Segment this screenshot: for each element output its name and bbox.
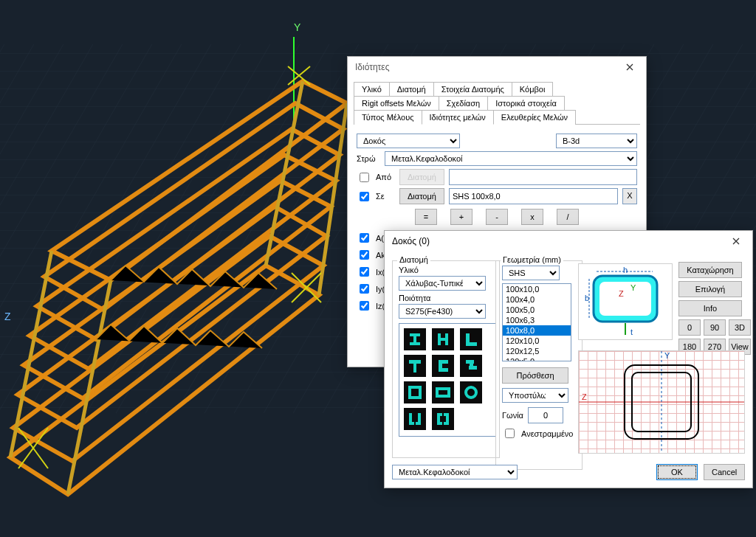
axis-z-label: Z	[4, 311, 11, 322]
flip-label: Ανεστραμμένο	[521, 429, 574, 438]
tab-member-props[interactable]: Ιδιότητες μελών	[422, 110, 494, 125]
tab-material[interactable]: Υλικό	[354, 82, 390, 96]
profile-shs-icon[interactable]	[404, 381, 426, 403]
section-preview: Z Y	[578, 350, 745, 454]
clear-section-button[interactable]: X	[622, 188, 637, 204]
tab-nodes[interactable]: Κόμβοι	[512, 82, 554, 96]
svg-text:Z: Z	[582, 392, 587, 401]
layer-select[interactable]: Μεταλ.Κεφαλοδοκοί	[385, 151, 637, 166]
layer-label: Στρώ	[357, 154, 380, 163]
to-section-button[interactable]: Διατομή	[399, 188, 444, 204]
prop-iy-checkbox[interactable]	[360, 284, 369, 294]
to-checkbox[interactable]	[360, 192, 369, 201]
tab-rigid-offsets[interactable]: Rigit offsets Μελών	[354, 96, 439, 110]
quality-select[interactable]: S275(Fe430)	[399, 304, 486, 319]
properties-title: Ιδιότητες	[355, 62, 615, 72]
geom-option[interactable]: 100x10,0	[503, 284, 571, 294]
beam-titlebar[interactable]: Δοκός (0)	[385, 231, 752, 252]
tab-member-type[interactable]: Τύπος Μέλους	[354, 110, 422, 125]
section-diagram: h b Z Y t	[578, 263, 673, 340]
from-checkbox[interactable]	[360, 173, 369, 182]
profile-c-icon[interactable]	[432, 355, 454, 377]
geometry-legend: Γεωμετρία (mm)	[501, 255, 563, 264]
op-times-button[interactable]: x	[521, 209, 543, 225]
svg-text:h: h	[623, 266, 628, 274]
section-group: Διατομή Υλικό Χάλυβας-Τυπικές Ποιότητα S…	[392, 260, 500, 458]
geometry-group: Γεωμετρία (mm) SHS 100x10,0100x4,0100x5,…	[495, 260, 583, 470]
from-section-input[interactable]	[449, 169, 637, 185]
action-buttons: Καταχώρηση Επιλογή Info 0 90 3D 180 270 …	[678, 262, 751, 355]
to-section-input[interactable]	[449, 188, 618, 204]
prop-ix-checkbox[interactable]	[360, 267, 369, 277]
profile-grid[interactable]	[399, 323, 496, 437]
orient-90-button[interactable]: 90	[704, 319, 726, 336]
prop-ak-checkbox[interactable]	[360, 250, 369, 260]
profile-z-icon[interactable]	[460, 355, 482, 377]
geom-family-select[interactable]: SHS	[502, 266, 560, 280]
op-equals-button[interactable]: =	[415, 209, 437, 225]
axis-y-label: Y	[294, 21, 301, 33]
profile-2l-icon[interactable]	[404, 408, 426, 430]
op-plus-button[interactable]: +	[450, 209, 472, 225]
register-button[interactable]: Καταχώρηση	[678, 262, 742, 278]
beam-section-window: Δοκός (0) Διατομή Υλικό Χάλυβας-Τυπικές …	[384, 230, 753, 488]
profile-i-icon[interactable]	[404, 328, 426, 350]
cancel-button[interactable]: Cancel	[704, 464, 745, 480]
svg-rect-12	[410, 387, 420, 398]
ok-button[interactable]: OK	[656, 464, 698, 480]
op-divide-button[interactable]: /	[557, 209, 579, 225]
profile-t-icon[interactable]	[404, 355, 426, 377]
tab-section[interactable]: Διατομή	[389, 82, 434, 96]
angle-input[interactable]	[528, 407, 563, 423]
svg-rect-16	[599, 282, 651, 316]
orient-0-button[interactable]: 0	[678, 319, 701, 336]
material-select[interactable]: Χάλυβας-Τυπικές	[399, 276, 486, 291]
tab-history[interactable]: Ιστορικά στοιχεία	[487, 96, 565, 110]
geom-option[interactable]: 100x8,0	[503, 325, 571, 336]
profile-l-icon[interactable]	[460, 328, 482, 350]
profile-rhs-icon[interactable]	[432, 381, 454, 403]
profile-2c-icon[interactable]	[432, 408, 454, 430]
angle-label: Γωνία	[502, 411, 523, 420]
element-code-select[interactable]: B-3d	[556, 134, 637, 148]
svg-text:t: t	[630, 328, 633, 336]
svg-rect-13	[437, 389, 449, 396]
op-minus-button[interactable]: -	[486, 209, 508, 225]
geom-option[interactable]: 120x5,0	[503, 356, 571, 361]
geom-option[interactable]: 100x5,0	[503, 305, 571, 315]
add-section-button[interactable]: Πρόσθεση	[502, 367, 568, 384]
tab-section-data[interactable]: Στοιχεία Διατομής	[433, 82, 512, 96]
flip-checkbox[interactable]	[505, 429, 515, 438]
close-icon[interactable]	[721, 231, 751, 252]
svg-text:Z: Z	[619, 289, 624, 298]
svg-text:b: b	[585, 294, 589, 302]
geom-size-listbox[interactable]: 100x10,0100x4,0100x5,0100x6,3100x8,0120x…	[502, 283, 571, 361]
from-section-button: Διατομή	[399, 169, 444, 185]
orient-3d-button[interactable]: 3D	[729, 319, 751, 336]
from-label: Από	[376, 173, 395, 181]
section-group-legend: Διατομή	[397, 255, 430, 264]
bottom-layer-select[interactable]: Μεταλ.Κεφαλοδοκοί	[392, 465, 518, 479]
geom-option[interactable]: 100x6,3	[503, 315, 571, 325]
quality-label: Ποιότητα	[399, 294, 493, 302]
svg-point-14	[466, 387, 476, 398]
tab-drawing[interactable]: Σχεδίαση	[439, 96, 488, 110]
tab-member-releases[interactable]: Ελευθερίες Μελών	[493, 110, 576, 125]
material-label: Υλικό	[399, 266, 493, 274]
select-button[interactable]: Επιλογή	[678, 281, 742, 297]
geom-option[interactable]: 120x12,5	[503, 346, 571, 356]
column-select[interactable]: Υποστύλωμα	[502, 388, 568, 403]
beam-title: Δοκός (0)	[392, 236, 721, 246]
prop-a-checkbox[interactable]	[360, 233, 369, 243]
profile-h-icon[interactable]	[432, 328, 454, 350]
properties-titlebar[interactable]: Ιδιότητες	[348, 57, 646, 77]
prop-iz-checkbox[interactable]	[360, 301, 369, 311]
profile-chs-icon[interactable]	[460, 381, 482, 403]
info-button[interactable]: Info	[678, 300, 742, 316]
geom-option[interactable]: 100x4,0	[503, 294, 571, 305]
geom-option[interactable]: 120x10,0	[503, 336, 571, 346]
close-icon[interactable]	[615, 57, 645, 77]
svg-text:Y: Y	[630, 283, 636, 292]
properties-tabs: Υλικό Διατομή Στοιχεία Διατομής Κόμβοι R…	[348, 77, 646, 125]
element-type-select[interactable]: Δοκός	[357, 134, 460, 148]
